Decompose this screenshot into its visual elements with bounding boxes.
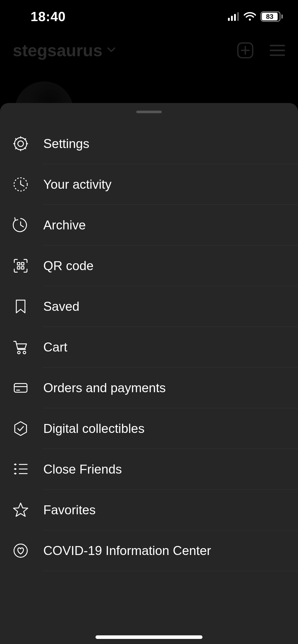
svg-point-12	[18, 141, 23, 147]
svg-rect-0	[228, 18, 230, 21]
menu-item-saved[interactable]: Saved	[0, 286, 298, 327]
hexagon-check-icon	[12, 420, 29, 437]
svg-rect-2	[234, 14, 236, 21]
status-indicators: 83	[228, 11, 283, 22]
bookmark-icon	[12, 298, 29, 315]
credit-card-icon	[12, 379, 29, 396]
svg-point-27	[23, 351, 26, 354]
profile-menu-sheet: Settings Your activity Archive	[0, 103, 298, 644]
svg-marker-38	[13, 503, 28, 516]
svg-point-26	[18, 351, 20, 354]
svg-rect-3	[237, 12, 239, 21]
menu-item-close-friends[interactable]: Close Friends	[0, 449, 298, 490]
qr-code-icon	[12, 257, 29, 274]
menu-item-label: Cart	[43, 340, 67, 355]
battery-percent: 83	[266, 13, 274, 21]
battery-indicator: 83	[261, 11, 283, 22]
svg-marker-32	[14, 463, 17, 465]
home-indicator[interactable]	[96, 635, 202, 639]
menu-item-label: Your activity	[43, 177, 112, 192]
status-bar: 18:40 83	[0, 0, 298, 33]
menu-item-settings[interactable]: Settings	[0, 123, 298, 164]
menu-item-favorites[interactable]: Favorites	[0, 490, 298, 530]
svg-marker-34	[14, 473, 17, 475]
star-icon	[12, 502, 29, 518]
status-time: 18:40	[31, 9, 66, 24]
cart-icon	[12, 339, 29, 356]
svg-rect-28	[14, 384, 27, 392]
sheet-grabber[interactable]	[136, 111, 162, 113]
menu-item-label: COVID-19 Information Center	[43, 543, 211, 558]
menu-item-label: Favorites	[43, 503, 96, 517]
menu-item-digital-collectibles[interactable]: Digital collectibles	[0, 408, 298, 449]
svg-rect-22	[17, 262, 20, 265]
archive-icon	[12, 217, 29, 233]
menu-item-label: QR code	[43, 258, 93, 273]
menu-item-label: Orders and payments	[43, 380, 166, 395]
menu-item-qr-code[interactable]: QR code	[0, 245, 298, 286]
svg-point-39	[14, 544, 27, 557]
menu-item-orders-payments[interactable]: Orders and payments	[0, 368, 298, 408]
menu-item-label: Digital collectibles	[43, 421, 144, 436]
activity-icon	[12, 176, 29, 193]
svg-rect-23	[21, 262, 24, 265]
menu-item-your-activity[interactable]: Your activity	[0, 164, 298, 205]
menu-item-covid-info[interactable]: COVID-19 Information Center	[0, 530, 298, 571]
heart-circle-icon	[12, 542, 29, 559]
svg-point-4	[249, 19, 251, 21]
wifi-icon	[244, 12, 256, 21]
menu-item-label: Close Friends	[43, 462, 122, 477]
menu-item-cart[interactable]: Cart	[0, 327, 298, 368]
svg-rect-24	[17, 267, 20, 269]
menu-item-label: Archive	[43, 218, 86, 232]
menu-item-label: Saved	[43, 299, 79, 314]
svg-marker-33	[14, 468, 17, 470]
svg-rect-25	[21, 267, 24, 269]
close-friends-icon	[12, 461, 29, 478]
svg-marker-31	[15, 422, 26, 435]
svg-rect-1	[231, 16, 233, 21]
cellular-icon	[228, 12, 239, 21]
gear-icon	[12, 135, 29, 152]
menu-item-label: Settings	[43, 136, 89, 151]
menu-item-archive[interactable]: Archive	[0, 205, 298, 245]
